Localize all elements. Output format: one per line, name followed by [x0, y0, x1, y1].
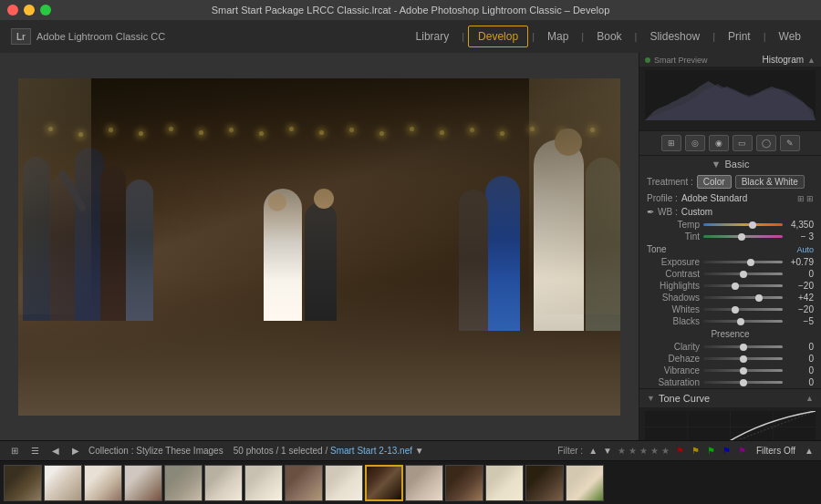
film-thumb-5[interactable] — [164, 465, 203, 501]
highlights-track[interactable] — [703, 284, 783, 287]
flag-blue[interactable]: ⚑ — [722, 446, 731, 456]
profile-value: Adobe Standard — [681, 193, 794, 203]
saturation-thumb[interactable] — [740, 379, 747, 386]
film-nav-right[interactable]: ▶ — [68, 444, 83, 458]
nav-develop[interactable]: Develop — [468, 26, 528, 47]
film-thumb-1[interactable] — [4, 465, 42, 501]
bw-btn[interactable]: Black & White — [735, 175, 805, 189]
maximize-button[interactable] — [40, 5, 51, 15]
profile-expand-icon[interactable]: ⊞ — [806, 194, 814, 203]
film-thumb-15[interactable] — [566, 465, 604, 501]
star-5[interactable]: ★ — [661, 446, 670, 456]
star-1[interactable]: ★ — [618, 446, 626, 456]
contrast-label: Contrast — [647, 269, 700, 279]
tool-crop[interactable]: ⊞ — [661, 135, 681, 151]
film-thumb-6[interactable] — [204, 465, 243, 501]
film-list-icon[interactable]: ☰ — [27, 444, 43, 458]
basic-label: Basic — [724, 159, 749, 170]
film-nav-left[interactable]: ◀ — [48, 444, 63, 458]
tint-thumb[interactable] — [738, 233, 745, 241]
shadows-track[interactable] — [703, 296, 783, 299]
film-thumb-9[interactable] — [325, 465, 363, 501]
tone-curve-collapse[interactable]: ▲ — [805, 394, 814, 403]
filter-stars: ★ ★ ★ ★ ★ — [618, 446, 670, 456]
tool-brush[interactable]: ✎ — [780, 135, 800, 151]
film-thumb-11[interactable] — [405, 465, 443, 501]
close-button[interactable] — [7, 5, 18, 15]
film-grid-icon[interactable]: ⊞ — [7, 444, 22, 458]
whites-thumb[interactable] — [732, 306, 739, 314]
tool-gradient[interactable]: ▭ — [733, 135, 753, 151]
star-4[interactable]: ★ — [650, 446, 659, 456]
dehaze-track[interactable] — [703, 357, 783, 360]
tone-curve-header[interactable]: ▼ Tone Curve ▲ — [639, 389, 821, 407]
flag-yellow[interactable]: ⚑ — [691, 446, 700, 456]
film-thumb-4[interactable] — [124, 465, 162, 501]
vibrance-track[interactable] — [703, 369, 783, 372]
temp-thumb[interactable] — [749, 221, 756, 229]
tool-redeye[interactable]: ◉ — [709, 135, 729, 151]
film-thumb-12[interactable] — [445, 465, 483, 501]
auto-btn[interactable]: Auto — [796, 245, 814, 254]
nav-library[interactable]: Library — [407, 26, 459, 46]
lr-icon: Lr — [11, 28, 31, 45]
blacks-thumb[interactable] — [737, 318, 744, 325]
tone-curve-chart — [645, 411, 816, 440]
contrast-thumb[interactable] — [740, 271, 747, 278]
highlights-thumb[interactable] — [732, 283, 739, 290]
dehaze-thumb[interactable] — [740, 355, 747, 363]
profile-grid-icon[interactable]: ⊞ — [797, 194, 805, 203]
wb-value: Custom — [681, 207, 814, 217]
color-btn[interactable]: Color — [697, 175, 732, 189]
nav-slideshow[interactable]: Slideshow — [640, 26, 709, 46]
tint-label: Tint — [647, 231, 700, 242]
film-thumb-3[interactable] — [84, 465, 122, 501]
contrast-track[interactable] — [703, 273, 783, 275]
flag-purple[interactable]: ⚑ — [738, 446, 746, 456]
nav-web[interactable]: Web — [770, 26, 810, 46]
saturation-track[interactable] — [703, 381, 783, 384]
drape-left — [18, 78, 91, 314]
minimize-button[interactable] — [24, 5, 35, 15]
shadows-value: +42 — [786, 293, 814, 303]
film-thumb-10[interactable] — [365, 465, 403, 501]
temp-track[interactable] — [703, 223, 783, 226]
basic-arrow[interactable]: ▼ — [712, 159, 722, 170]
nav-print[interactable]: Print — [719, 26, 760, 46]
film-thumb-13[interactable] — [485, 465, 524, 501]
exposure-track[interactable] — [703, 261, 783, 263]
film-thumb-7[interactable] — [244, 465, 283, 501]
vibrance-thumb[interactable] — [740, 367, 747, 375]
basic-section: ▼ Basic Treatment : Color Black & White … — [639, 156, 821, 389]
histogram-toggle[interactable]: ▲ — [807, 56, 816, 65]
shadows-thumb[interactable] — [755, 294, 763, 302]
nav-map[interactable]: Map — [538, 26, 577, 46]
tone-curve-area[interactable] — [639, 407, 821, 440]
flag-green[interactable]: ⚑ — [707, 446, 715, 456]
film-thumb-14[interactable] — [525, 465, 564, 501]
tool-radial[interactable]: ◯ — [756, 135, 776, 151]
wb-row: ✒ WB : Custom — [639, 205, 821, 219]
whites-track[interactable] — [703, 308, 783, 311]
clarity-track[interactable] — [703, 345, 783, 348]
filter-up-arrow[interactable]: ▲ — [588, 446, 598, 456]
nav-book[interactable]: Book — [587, 26, 630, 46]
clarity-thumb[interactable] — [740, 344, 747, 351]
filter-down-arrow[interactable]: ▼ — [603, 446, 612, 456]
star-3[interactable]: ★ — [639, 446, 648, 456]
eyedropper-icon[interactable]: ✒ — [647, 207, 654, 217]
exposure-thumb[interactable] — [747, 259, 754, 266]
filmstrip-expand-icon[interactable]: ▲ — [805, 446, 814, 456]
flag-red[interactable]: ⚑ — [676, 446, 684, 456]
window-controls[interactable] — [7, 5, 51, 15]
tint-value: − 3 — [786, 231, 814, 242]
blacks-track[interactable] — [703, 320, 783, 323]
temp-slider-row: Temp 4,350 — [639, 219, 821, 231]
tint-track[interactable] — [703, 235, 783, 238]
blacks-row: Blacks −5 — [639, 315, 821, 327]
filter-label: Filter : — [557, 446, 583, 456]
film-thumb-2[interactable] — [44, 465, 82, 501]
film-thumb-8[interactable] — [285, 465, 323, 501]
star-2[interactable]: ★ — [629, 446, 637, 456]
tool-spot[interactable]: ◎ — [685, 135, 705, 151]
